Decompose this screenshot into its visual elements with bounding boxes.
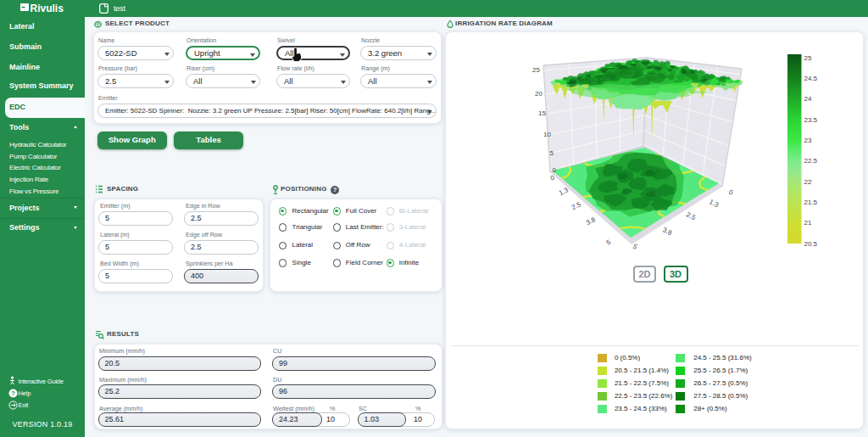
svg-text:15: 15: [538, 109, 546, 117]
svg-text:21: 21: [804, 219, 812, 227]
svg-text:22.5: 22.5: [804, 157, 818, 165]
svg-text:2.5: 2.5: [570, 200, 582, 211]
svg-text:25: 25: [532, 66, 540, 74]
svg-text:21.5: 21.5: [804, 199, 818, 206]
svg-text:5: 5: [605, 238, 613, 247]
svg-text:10: 10: [543, 131, 551, 138]
svg-text:3.8: 3.8: [661, 226, 673, 237]
svg-text:24.5: 24.5: [804, 75, 818, 82]
svg-text:2.5: 2.5: [685, 210, 697, 221]
svg-text:3.8: 3.8: [585, 216, 597, 227]
svg-text:24: 24: [804, 95, 812, 103]
svg-text:?: ?: [11, 389, 15, 397]
svg-text:1.3: 1.3: [708, 198, 720, 209]
svg-text:20.5: 20.5: [804, 240, 818, 248]
svg-text:5: 5: [550, 149, 554, 157]
svg-text:23.5: 23.5: [804, 116, 818, 124]
svg-text:23: 23: [804, 137, 812, 144]
svg-text:22: 22: [804, 178, 812, 186]
svg-text:0: 0: [553, 166, 557, 174]
svg-text:20: 20: [535, 90, 542, 98]
svg-text:5: 5: [632, 243, 639, 251]
svg-text:25: 25: [804, 54, 812, 62]
svg-text:0: 0: [727, 188, 735, 197]
